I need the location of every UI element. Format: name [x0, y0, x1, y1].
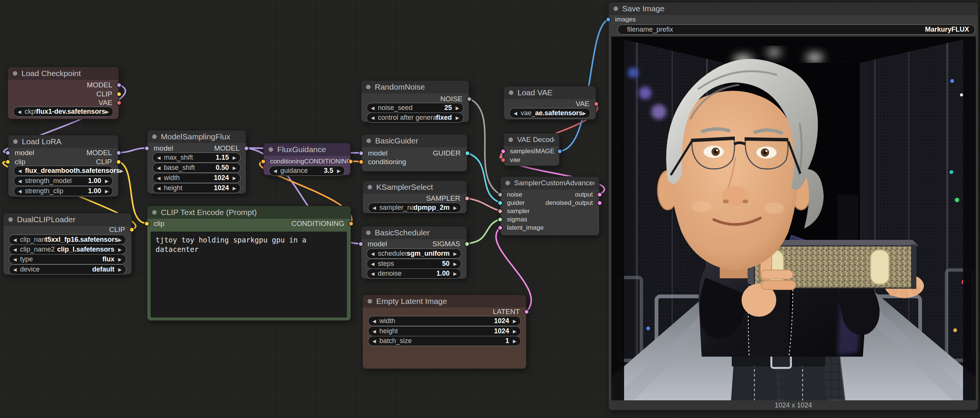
node-header[interactable]: Empty Latent Image	[363, 295, 526, 308]
node-basic-scheduler[interactable]: BasicScheduler modelSIGMAS ◀schedulersgm…	[361, 226, 467, 279]
sampler-name-widget[interactable]: ◀sampler_namedpmpp_2m▶	[368, 203, 461, 213]
node-header[interactable]: DualCLIPLoader	[3, 213, 132, 226]
output-port-vae[interactable]	[593, 101, 599, 106]
node-load-vae[interactable]: Load VAE VAE ◀vae_nameae.safetensors▶	[504, 86, 596, 120]
steps-widget[interactable]: ◀steps50▶	[366, 259, 461, 269]
right-arrow-icon[interactable]: ▶	[513, 329, 516, 334]
guidance-widget[interactable]: ◀guidance3.5▶	[269, 166, 345, 176]
node-header[interactable]: BasicScheduler	[361, 226, 467, 239]
output-port-sampler[interactable]	[465, 196, 470, 201]
scheduler-widget[interactable]: ◀schedulersgm_uniform▶	[366, 248, 461, 259]
batch-size-widget[interactable]: ◀batch_size1▶	[368, 336, 521, 346]
left-arrow-icon[interactable]: ◀	[371, 105, 374, 111]
right-arrow-icon[interactable]: ▶	[105, 189, 108, 194]
collapse-dot-icon[interactable]	[368, 185, 372, 189]
collapse-dot-icon[interactable]	[8, 217, 13, 222]
node-ksampler-select[interactable]: KSamplerSelect SAMPLER ◀sampler_namedpmp…	[362, 180, 467, 213]
input-port-sigmas[interactable]	[498, 217, 503, 222]
right-arrow-icon[interactable]: ▶	[583, 111, 586, 116]
left-arrow-icon[interactable]: ◀	[371, 271, 374, 277]
output-port-model[interactable]	[116, 83, 122, 88]
left-arrow-icon[interactable]: ◀	[371, 115, 374, 121]
collapse-dot-icon[interactable]	[152, 210, 157, 215]
base-shift-widget[interactable]: ◀base_shift0.50▶	[153, 163, 241, 173]
left-arrow-icon[interactable]: ◀	[18, 109, 21, 114]
node-save-image[interactable]: Save Image images filename_prefixMarkury…	[608, 2, 978, 410]
node-empty-latent-image[interactable]: Empty Latent Image LATENT ◀width1024▶ ◀h…	[362, 294, 527, 369]
output-port-conditioning[interactable]	[348, 159, 353, 164]
left-arrow-icon[interactable]: ◀	[372, 319, 376, 324]
right-arrow-icon[interactable]: ▶	[118, 237, 122, 243]
node-model-sampling-flux[interactable]: ModelSamplingFlux modelMODEL ◀max_shift1…	[147, 130, 246, 194]
input-port-conditioning[interactable]	[261, 159, 266, 164]
right-arrow-icon[interactable]: ▶	[453, 205, 457, 210]
output-port-denoised-output[interactable]	[597, 200, 602, 206]
node-dual-clip-loader[interactable]: DualCLIPLoader CLIP ◀clip_name1t5xxl_fp1…	[3, 213, 132, 275]
input-port-model[interactable]	[358, 151, 364, 156]
collapse-dot-icon[interactable]	[614, 6, 618, 11]
output-port-latent[interactable]	[524, 309, 529, 315]
output-port-vae[interactable]	[116, 100, 122, 105]
height-widget[interactable]: ◀height1024▶	[368, 326, 521, 336]
node-random-noise[interactable]: RandomNoise NOISE ◀noise_seed25▶ ◀contro…	[361, 80, 469, 122]
right-arrow-icon[interactable]: ▶	[118, 257, 122, 262]
node-load-lora[interactable]: Load LoRA modelMODEL clipCLIP ◀lor ...fl…	[8, 135, 119, 197]
output-port-clip[interactable]	[129, 227, 134, 232]
vae-name-widget[interactable]: ◀vae_nameae.safetensors▶	[509, 108, 590, 118]
input-port-model[interactable]	[144, 146, 150, 151]
output-port-guider[interactable]	[465, 151, 470, 156]
right-arrow-icon[interactable]: ▶	[233, 165, 236, 171]
right-arrow-icon[interactable]: ▶	[456, 105, 459, 111]
left-arrow-icon[interactable]: ◀	[157, 175, 161, 181]
type-widget[interactable]: ◀typeflux▶	[9, 254, 126, 264]
node-header[interactable]: Load LoRA	[8, 135, 118, 148]
lora-name-widget[interactable]: ◀lor ...flux_dreambooth.safetensors▶	[14, 166, 113, 176]
comfyui-canvas[interactable]: { "app": {"name": "ComfyUI node graph"},…	[0, 0, 980, 418]
node-header[interactable]: BasicGuider	[361, 134, 467, 147]
node-header[interactable]: Load Checkpoint	[8, 67, 119, 80]
noise-seed-widget[interactable]: ◀noise_seed25▶	[366, 103, 464, 113]
right-arrow-icon[interactable]: ▶	[513, 339, 516, 344]
control-after-generate-widget[interactable]: ◀control after generatefixed▶	[366, 113, 464, 123]
node-header[interactable]: KSamplerSelect	[363, 181, 467, 194]
right-arrow-icon[interactable]: ▶	[453, 251, 457, 256]
left-arrow-icon[interactable]: ◀	[372, 205, 376, 210]
input-port-samples[interactable]	[501, 149, 506, 154]
left-arrow-icon[interactable]: ◀	[13, 267, 17, 272]
node-load-checkpoint[interactable]: Load Checkpoint MODEL CLIP VAE ◀ckpt_nam…	[8, 67, 119, 119]
collapse-dot-icon[interactable]	[506, 181, 510, 185]
left-arrow-icon[interactable]: ◀	[514, 111, 517, 116]
left-arrow-icon[interactable]: ◀	[13, 237, 17, 243]
output-port-model[interactable]	[244, 146, 249, 151]
node-flux-guidance[interactable]: FluxGuidance conditioningCONDITIONING ◀g…	[263, 143, 351, 175]
input-port-conditioning[interactable]	[358, 159, 364, 165]
input-port-model[interactable]	[358, 242, 363, 247]
left-arrow-icon[interactable]: ◀	[18, 178, 21, 184]
right-arrow-icon[interactable]: ▶	[456, 115, 459, 121]
left-arrow-icon[interactable]: ◀	[274, 168, 277, 173]
prompt-textarea[interactable]: tjtoy toy holding sparkgpu gpu in a data…	[151, 232, 347, 318]
left-arrow-icon[interactable]: ◀	[371, 251, 374, 256]
max-shift-widget[interactable]: ◀max_shift1.15▶	[153, 153, 241, 163]
right-arrow-icon[interactable]: ▶	[233, 186, 236, 191]
output-port-output[interactable]	[597, 192, 602, 197]
right-arrow-icon[interactable]: ▶	[233, 175, 236, 181]
left-arrow-icon[interactable]: ◀	[372, 329, 376, 334]
strength-model-widget[interactable]: ◀strength_model1.00▶	[14, 176, 113, 186]
node-sampler-custom-advanced[interactable]: SamplerCustomAdvanced noiseoutput guider…	[500, 176, 600, 236]
output-port-model[interactable]	[116, 150, 121, 156]
right-arrow-icon[interactable]: ▶	[105, 178, 108, 184]
output-port-image[interactable]	[557, 149, 562, 154]
right-arrow-icon[interactable]: ▶	[453, 271, 457, 277]
node-header[interactable]: RandomNoise	[361, 81, 469, 94]
input-port-latent-image[interactable]	[498, 225, 503, 230]
input-port-guider[interactable]	[498, 200, 503, 206]
left-arrow-icon[interactable]: ◀	[371, 261, 374, 267]
denoise-widget[interactable]: ◀denoise1.00▶	[366, 269, 461, 279]
output-port-clip[interactable]	[116, 159, 121, 165]
left-arrow-icon[interactable]: ◀	[18, 168, 21, 173]
collapse-dot-icon[interactable]	[269, 147, 273, 152]
node-vae-decode[interactable]: VAE Decode samplesIMAGE vae	[503, 133, 560, 166]
node-header[interactable]: SamplerCustomAdvanced	[501, 176, 599, 189]
collapse-dot-icon[interactable]	[13, 139, 18, 144]
